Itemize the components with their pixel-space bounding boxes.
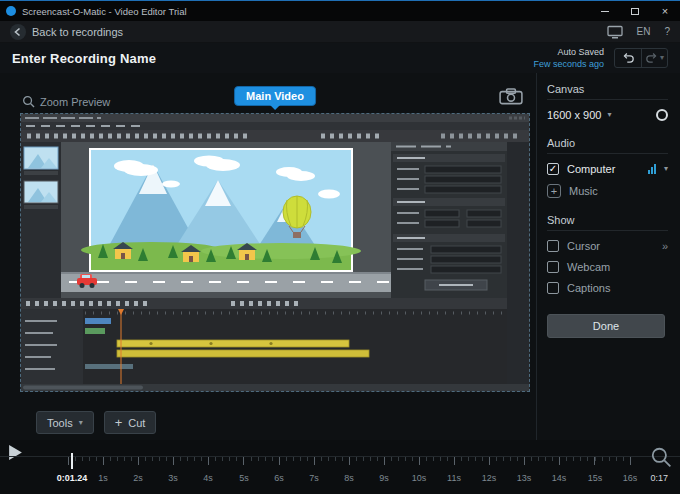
recording-name-input[interactable]: Enter Recording Name <box>12 51 156 66</box>
language-selector[interactable]: EN <box>637 26 651 37</box>
plus-icon: + <box>115 416 123 429</box>
autosave-status: Auto Saved Few seconds ago <box>533 46 604 70</box>
chevron-down-icon[interactable]: ▾ <box>664 165 668 173</box>
back-label: Back to recordings <box>32 26 123 38</box>
minimize-icon <box>601 11 609 12</box>
webcam-label: Webcam <box>567 261 610 273</box>
end-time-label: 0:17 <box>650 473 668 483</box>
zoom-preview-label: Zoom Preview <box>40 96 110 108</box>
editor-right-strip <box>507 142 529 384</box>
zoom-preview-button[interactable]: Zoom Preview <box>22 95 110 108</box>
undo-icon <box>622 52 635 64</box>
screenshot-camera-button[interactable] <box>499 87 523 105</box>
playhead[interactable] <box>71 453 73 469</box>
undo-button[interactable] <box>615 49 641 67</box>
computer-audio-label: Computer <box>567 163 615 175</box>
double-chevron-right-icon[interactable]: » <box>662 240 668 252</box>
undo-redo-group: ▾ <box>614 48 668 68</box>
cartoon-scene <box>81 150 361 270</box>
tools-button[interactable]: Tools ▾ <box>36 411 94 434</box>
captions-checkbox[interactable] <box>547 282 559 294</box>
tick-label: 7s <box>302 473 326 483</box>
canvas-size-dropdown[interactable]: 1600 x 900 ▾ <box>547 109 611 121</box>
webcam-checkbox[interactable] <box>547 261 559 273</box>
back-arrow-icon <box>10 24 26 40</box>
chevron-down-icon: ▾ <box>660 54 664 62</box>
timeline-major-ticks[interactable] <box>68 457 633 465</box>
camera-icon <box>499 87 523 105</box>
chevron-down-icon: ▾ <box>607 111 611 119</box>
header: Enter Recording Name Auto Saved Few seco… <box>0 43 680 73</box>
minimize-button[interactable] <box>590 1 620 21</box>
record-icon[interactable] <box>656 109 668 121</box>
plus-icon: + <box>551 185 557 197</box>
check-icon: ✓ <box>549 164 557 174</box>
tick-label: 16s <box>618 473 642 483</box>
editor-toolbar <box>21 130 529 142</box>
tick-label: 8s <box>337 473 361 483</box>
window-title: Screencast-O-Matic - Video Editor Trial <box>22 6 187 17</box>
autosave-time: Few seconds ago <box>533 58 604 70</box>
play-button[interactable] <box>8 444 23 461</box>
editor-titlebar <box>21 114 529 122</box>
tick-label: 2s <box>126 473 150 483</box>
header-right: Auto Saved Few seconds ago ▾ <box>533 46 668 70</box>
badge-pointer <box>270 105 280 110</box>
magnifier-icon <box>650 446 672 468</box>
chevron-down-icon: ▾ <box>79 419 83 427</box>
add-music-icon[interactable]: + <box>547 184 561 198</box>
tick-label: 10s <box>407 473 431 483</box>
road <box>61 272 391 292</box>
editor-canvas <box>61 142 391 298</box>
volume-level-icon[interactable] <box>648 164 656 174</box>
main-video-preview[interactable] <box>20 113 530 392</box>
canvas-size-value: 1600 x 900 <box>547 109 601 121</box>
editor-timeline <box>21 298 529 391</box>
tick-label: 12s <box>477 473 501 483</box>
show-section-label: Show <box>547 214 668 231</box>
tick-label: 1s <box>91 473 115 483</box>
screen-share-icon[interactable] <box>607 25 623 39</box>
redo-icon <box>645 52 658 64</box>
tick-label: 13s <box>512 473 536 483</box>
main-area: Zoom Preview Main Video <box>0 73 680 441</box>
tick-label: 6s <box>267 473 291 483</box>
main-video-badge[interactable]: Main Video <box>234 86 316 106</box>
timeline-zoom-button[interactable] <box>650 446 672 468</box>
tick-label: 4s <box>196 473 220 483</box>
editor-menubar <box>21 122 529 130</box>
cursor-checkbox[interactable] <box>547 240 559 252</box>
maximize-icon <box>631 8 639 15</box>
tick-label: 11s <box>442 473 466 483</box>
tools-row: Tools ▾ + Cut <box>36 411 156 434</box>
close-button[interactable]: × <box>650 1 680 21</box>
tick-label: 5s <box>232 473 256 483</box>
help-button[interactable]: ? <box>664 26 670 37</box>
play-icon <box>8 444 23 461</box>
done-button[interactable]: Done <box>547 314 665 338</box>
computer-audio-checkbox[interactable]: ✓ <box>547 163 559 175</box>
navbar-right: EN ? <box>607 25 670 39</box>
editor-properties-panel <box>391 142 507 298</box>
recorded-screen-thumbnail <box>21 114 529 391</box>
music-label[interactable]: Music <box>569 185 598 197</box>
tick-label: 9s <box>372 473 396 483</box>
navbar: Back to recordings EN ? <box>0 21 680 43</box>
main-video-label: Main Video <box>246 90 304 102</box>
maximize-button[interactable] <box>620 1 650 21</box>
app-window: Screencast-O-Matic - Video Editor Trial … <box>0 0 680 494</box>
tick-label: 3s <box>161 473 185 483</box>
back-to-recordings-button[interactable]: Back to recordings <box>10 24 123 40</box>
captions-label: Captions <box>567 282 610 294</box>
settings-sidebar: Canvas 1600 x 900 ▾ Audio ✓ Computer ▾ +… <box>536 73 680 441</box>
tick-label: 15s <box>583 473 607 483</box>
magnifier-icon <box>22 95 35 108</box>
cursor-label: Cursor <box>567 240 600 252</box>
cut-label: Cut <box>128 417 145 429</box>
transport-bar: 0:01.24 1s 2s 3s 4s 5s 6s 7s 8s 9s 10s 1… <box>0 440 680 494</box>
cut-button[interactable]: + Cut <box>104 411 157 434</box>
tick-label: 14s <box>547 473 571 483</box>
redo-button[interactable]: ▾ <box>641 49 667 67</box>
timeline-clip-yellow-2 <box>117 350 369 357</box>
titlebar: Screencast-O-Matic - Video Editor Trial … <box>0 1 680 21</box>
